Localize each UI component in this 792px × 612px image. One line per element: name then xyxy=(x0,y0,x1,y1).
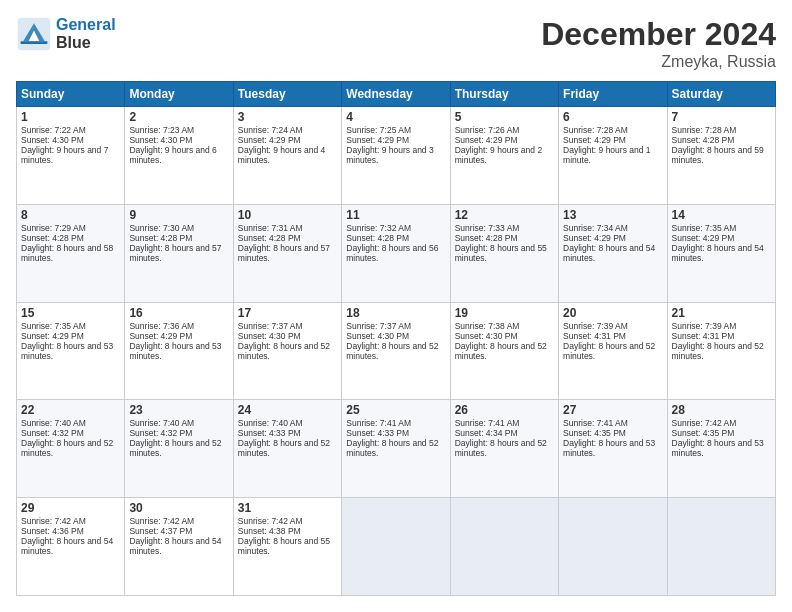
sunset-label: Sunset: 4:30 PM xyxy=(346,331,409,341)
day-number: 6 xyxy=(563,110,662,124)
sunset-label: Sunset: 4:29 PM xyxy=(238,135,301,145)
calendar-cell: 12 Sunrise: 7:33 AM Sunset: 4:28 PM Dayl… xyxy=(450,204,558,302)
svg-rect-1 xyxy=(21,41,48,44)
logo-icon xyxy=(16,16,52,52)
day-number: 1 xyxy=(21,110,120,124)
daylight-label: Daylight: 8 hours and 58 minutes. xyxy=(21,243,113,263)
daylight-label: Daylight: 8 hours and 54 minutes. xyxy=(563,243,655,263)
calendar-table: SundayMondayTuesdayWednesdayThursdayFrid… xyxy=(16,81,776,596)
sunrise-label: Sunrise: 7:23 AM xyxy=(129,125,194,135)
day-number: 13 xyxy=(563,208,662,222)
calendar-cell: 29 Sunrise: 7:42 AM Sunset: 4:36 PM Dayl… xyxy=(17,498,125,596)
logo-text: General Blue xyxy=(56,16,116,52)
calendar-cell: 1 Sunrise: 7:22 AM Sunset: 4:30 PM Dayli… xyxy=(17,107,125,205)
calendar-header-thursday: Thursday xyxy=(450,82,558,107)
calendar-cell: 24 Sunrise: 7:40 AM Sunset: 4:33 PM Dayl… xyxy=(233,400,341,498)
sunset-label: Sunset: 4:29 PM xyxy=(129,331,192,341)
sunset-label: Sunset: 4:36 PM xyxy=(21,526,84,536)
title-block: December 2024 Zmeyka, Russia xyxy=(541,16,776,71)
sunrise-label: Sunrise: 7:36 AM xyxy=(129,321,194,331)
sunrise-label: Sunrise: 7:40 AM xyxy=(238,418,303,428)
sunrise-label: Sunrise: 7:29 AM xyxy=(21,223,86,233)
sunset-label: Sunset: 4:35 PM xyxy=(563,428,626,438)
calendar-cell: 4 Sunrise: 7:25 AM Sunset: 4:29 PM Dayli… xyxy=(342,107,450,205)
sunset-label: Sunset: 4:35 PM xyxy=(672,428,735,438)
calendar-cell xyxy=(667,498,775,596)
calendar-cell: 27 Sunrise: 7:41 AM Sunset: 4:35 PM Dayl… xyxy=(559,400,667,498)
daylight-label: Daylight: 8 hours and 52 minutes. xyxy=(346,341,438,361)
daylight-label: Daylight: 9 hours and 4 minutes. xyxy=(238,145,325,165)
calendar-header-wednesday: Wednesday xyxy=(342,82,450,107)
daylight-label: Daylight: 8 hours and 53 minutes. xyxy=(672,438,764,458)
sunset-label: Sunset: 4:28 PM xyxy=(238,233,301,243)
daylight-label: Daylight: 8 hours and 53 minutes. xyxy=(21,341,113,361)
sunset-label: Sunset: 4:32 PM xyxy=(129,428,192,438)
calendar-cell: 9 Sunrise: 7:30 AM Sunset: 4:28 PM Dayli… xyxy=(125,204,233,302)
day-number: 10 xyxy=(238,208,337,222)
sunrise-label: Sunrise: 7:41 AM xyxy=(346,418,411,428)
calendar-cell: 20 Sunrise: 7:39 AM Sunset: 4:31 PM Dayl… xyxy=(559,302,667,400)
sunrise-label: Sunrise: 7:28 AM xyxy=(672,125,737,135)
day-number: 9 xyxy=(129,208,228,222)
sunset-label: Sunset: 4:28 PM xyxy=(129,233,192,243)
calendar-week-3: 15 Sunrise: 7:35 AM Sunset: 4:29 PM Dayl… xyxy=(17,302,776,400)
calendar-cell xyxy=(342,498,450,596)
daylight-label: Daylight: 8 hours and 52 minutes. xyxy=(563,341,655,361)
day-number: 3 xyxy=(238,110,337,124)
daylight-label: Daylight: 8 hours and 52 minutes. xyxy=(455,341,547,361)
sunset-label: Sunset: 4:29 PM xyxy=(346,135,409,145)
sunset-label: Sunset: 4:34 PM xyxy=(455,428,518,438)
sunrise-label: Sunrise: 7:35 AM xyxy=(21,321,86,331)
day-number: 24 xyxy=(238,403,337,417)
day-number: 26 xyxy=(455,403,554,417)
sunrise-label: Sunrise: 7:39 AM xyxy=(672,321,737,331)
month-title: December 2024 xyxy=(541,16,776,53)
logo: General Blue xyxy=(16,16,116,52)
calendar-cell: 15 Sunrise: 7:35 AM Sunset: 4:29 PM Dayl… xyxy=(17,302,125,400)
daylight-label: Daylight: 8 hours and 54 minutes. xyxy=(21,536,113,556)
day-number: 11 xyxy=(346,208,445,222)
day-number: 18 xyxy=(346,306,445,320)
day-number: 16 xyxy=(129,306,228,320)
calendar-cell: 5 Sunrise: 7:26 AM Sunset: 4:29 PM Dayli… xyxy=(450,107,558,205)
calendar-cell: 13 Sunrise: 7:34 AM Sunset: 4:29 PM Dayl… xyxy=(559,204,667,302)
sunrise-label: Sunrise: 7:33 AM xyxy=(455,223,520,233)
calendar-header-row: SundayMondayTuesdayWednesdayThursdayFrid… xyxy=(17,82,776,107)
sunrise-label: Sunrise: 7:41 AM xyxy=(455,418,520,428)
calendar-header-tuesday: Tuesday xyxy=(233,82,341,107)
sunrise-label: Sunrise: 7:42 AM xyxy=(129,516,194,526)
day-number: 7 xyxy=(672,110,771,124)
calendar-week-4: 22 Sunrise: 7:40 AM Sunset: 4:32 PM Dayl… xyxy=(17,400,776,498)
daylight-label: Daylight: 8 hours and 57 minutes. xyxy=(238,243,330,263)
day-number: 21 xyxy=(672,306,771,320)
day-number: 2 xyxy=(129,110,228,124)
daylight-label: Daylight: 9 hours and 1 minute. xyxy=(563,145,650,165)
sunset-label: Sunset: 4:31 PM xyxy=(563,331,626,341)
calendar-header-sunday: Sunday xyxy=(17,82,125,107)
calendar-cell: 16 Sunrise: 7:36 AM Sunset: 4:29 PM Dayl… xyxy=(125,302,233,400)
sunset-label: Sunset: 4:32 PM xyxy=(21,428,84,438)
calendar-cell: 23 Sunrise: 7:40 AM Sunset: 4:32 PM Dayl… xyxy=(125,400,233,498)
sunset-label: Sunset: 4:28 PM xyxy=(346,233,409,243)
calendar-cell: 30 Sunrise: 7:42 AM Sunset: 4:37 PM Dayl… xyxy=(125,498,233,596)
calendar-header-monday: Monday xyxy=(125,82,233,107)
daylight-label: Daylight: 8 hours and 52 minutes. xyxy=(21,438,113,458)
day-number: 31 xyxy=(238,501,337,515)
daylight-label: Daylight: 8 hours and 59 minutes. xyxy=(672,145,764,165)
day-number: 14 xyxy=(672,208,771,222)
sunrise-label: Sunrise: 7:22 AM xyxy=(21,125,86,135)
sunset-label: Sunset: 4:29 PM xyxy=(455,135,518,145)
calendar-cell: 14 Sunrise: 7:35 AM Sunset: 4:29 PM Dayl… xyxy=(667,204,775,302)
calendar-cell xyxy=(559,498,667,596)
sunrise-label: Sunrise: 7:42 AM xyxy=(238,516,303,526)
sunrise-label: Sunrise: 7:42 AM xyxy=(21,516,86,526)
sunrise-label: Sunrise: 7:40 AM xyxy=(129,418,194,428)
day-number: 28 xyxy=(672,403,771,417)
calendar-cell: 28 Sunrise: 7:42 AM Sunset: 4:35 PM Dayl… xyxy=(667,400,775,498)
calendar-cell: 6 Sunrise: 7:28 AM Sunset: 4:29 PM Dayli… xyxy=(559,107,667,205)
sunrise-label: Sunrise: 7:28 AM xyxy=(563,125,628,135)
calendar-cell xyxy=(450,498,558,596)
daylight-label: Daylight: 8 hours and 53 minutes. xyxy=(563,438,655,458)
daylight-label: Daylight: 8 hours and 52 minutes. xyxy=(455,438,547,458)
daylight-label: Daylight: 9 hours and 7 minutes. xyxy=(21,145,108,165)
